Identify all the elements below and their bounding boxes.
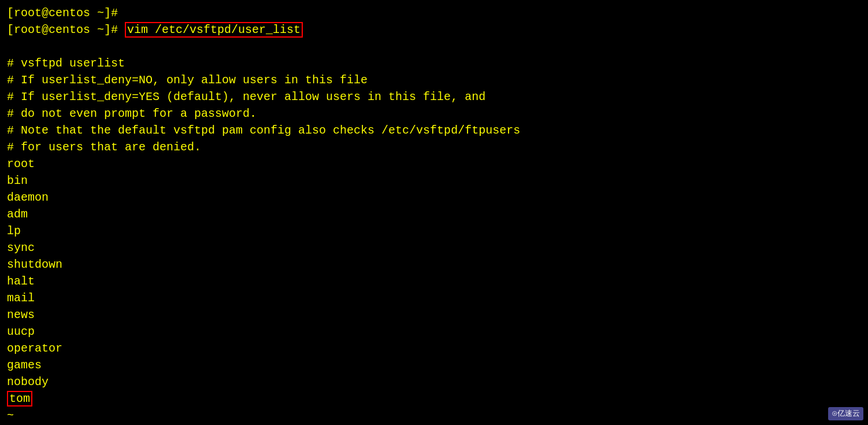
user-uucp: uucp bbox=[7, 323, 861, 340]
user-sync: sync bbox=[7, 239, 861, 256]
line-comment2: # If userlist_deny=NO, only allow users … bbox=[7, 72, 861, 88]
user-halt: halt bbox=[7, 273, 861, 290]
watermark: ⊙亿速云 bbox=[828, 407, 863, 420]
line-prompt2: [root@centos ~]# vim /etc/vsftpd/user_li… bbox=[7, 21, 861, 38]
line-comment4: # do not even prompt for a password. bbox=[7, 105, 861, 122]
user-news: news bbox=[7, 306, 861, 323]
user-root: root bbox=[7, 156, 861, 172]
line-comment1: # vsftpd userlist bbox=[7, 55, 861, 72]
prompt-text: [root@centos ~]# bbox=[7, 23, 125, 36]
line-blank1 bbox=[7, 38, 861, 55]
user-nobody: nobody bbox=[7, 374, 861, 390]
user-tom: tom bbox=[7, 391, 32, 406]
line-tilde: ~ bbox=[7, 407, 861, 424]
line-prompt1: [root@centos ~]# bbox=[7, 5, 861, 21]
user-games: games bbox=[7, 357, 861, 374]
user-bin: bin bbox=[7, 172, 861, 189]
line-comment3: # If userlist_deny=YES (default), never … bbox=[7, 88, 861, 105]
user-tom-line: tom bbox=[7, 390, 861, 407]
terminal-window: [root@centos ~]# [root@centos ~]# vim /e… bbox=[0, 0, 868, 425]
line-comment6: # for users that are denied. bbox=[7, 139, 861, 156]
line-comment5: # Note that the default vsftpd pam confi… bbox=[7, 122, 861, 139]
user-mail: mail bbox=[7, 290, 861, 306]
user-lp: lp bbox=[7, 223, 861, 239]
vim-command: vim /etc/vsftpd/user_list bbox=[125, 22, 303, 38]
user-shutdown: shutdown bbox=[7, 256, 861, 273]
user-operator: operator bbox=[7, 340, 861, 357]
user-daemon: daemon bbox=[7, 189, 861, 206]
user-adm: adm bbox=[7, 206, 861, 223]
